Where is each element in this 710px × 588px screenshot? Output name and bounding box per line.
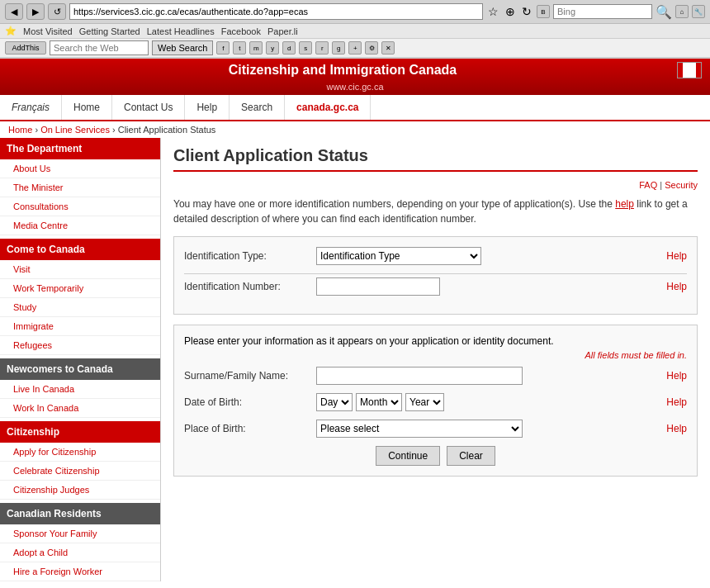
dob-help-wrap: Help: [666, 396, 687, 408]
sidebar-item-adopt-child[interactable]: Adopt a Child: [0, 543, 160, 562]
add-icon: ⊕: [505, 5, 515, 18]
addon8[interactable]: g: [332, 41, 345, 55]
addon-close[interactable]: ✕: [381, 41, 395, 55]
bing-addon: B: [537, 5, 550, 18]
surname-help-wrap: Help: [666, 370, 687, 382]
sidebar-header-department: The Department: [0, 138, 160, 159]
dob-help-link[interactable]: Help: [666, 396, 687, 408]
dob-row: Date of Birth: Day Month Year Help: [184, 393, 687, 411]
sidebar-item-celebrate-citizenship[interactable]: Celebrate Citizenship: [0, 462, 160, 481]
body-layout: The Department About Us The Minister Con…: [0, 138, 710, 581]
top-links: FAQ | Security: [173, 180, 698, 190]
sidebar-item-about-us[interactable]: About Us: [0, 159, 160, 178]
sidebar-item-apply-citizenship[interactable]: Apply for Citizenship: [0, 443, 160, 462]
nav-francais[interactable]: Français: [0, 95, 62, 120]
dob-month-select[interactable]: Month: [356, 393, 402, 411]
sidebar-item-sponsor-family[interactable]: Sponsor Your Family: [0, 524, 160, 543]
bing-search-input[interactable]: [553, 4, 652, 19]
home-addon: ⌂: [675, 5, 689, 18]
web-search-button[interactable]: Web Search: [152, 40, 213, 55]
addons-bar: AddThis Web Search f t m y d s r g + ⚙ ✕: [0, 39, 710, 58]
web-search-bar: Web Search: [50, 40, 213, 55]
form-divider: [184, 273, 687, 274]
id-number-label: Identification Number:: [184, 281, 316, 292]
sidebar: The Department About Us The Minister Con…: [0, 138, 161, 581]
sidebar-item-immigrate[interactable]: Immigrate: [0, 317, 160, 336]
id-type-help-link[interactable]: Help: [666, 250, 687, 262]
sidebar-header-canadian-residents: Canadian Residents: [0, 503, 160, 524]
security-link[interactable]: Security: [665, 180, 698, 190]
tools-addon: 🔧: [692, 5, 705, 18]
bookmark-facebook[interactable]: Facebook: [221, 26, 261, 36]
nav-search[interactable]: Search: [230, 95, 285, 120]
pob-select[interactable]: Please select: [316, 420, 523, 438]
site-title: Citizenship and Immigration Canada: [8, 63, 677, 78]
id-type-select[interactable]: Identification Type UCI/Client ID Applic…: [316, 247, 481, 265]
sidebar-item-media-centre[interactable]: Media Centre: [0, 216, 160, 235]
forward-button[interactable]: ▶: [26, 3, 45, 20]
reload-button[interactable]: ↺: [48, 3, 66, 20]
addon3[interactable]: m: [249, 41, 263, 55]
sidebar-item-visit[interactable]: Visit: [0, 260, 160, 279]
surname-control: [316, 367, 658, 385]
sidebar-item-work-in-canada[interactable]: Work In Canada: [0, 399, 160, 418]
sidebar-item-refugees[interactable]: Refugees: [0, 336, 160, 355]
site-header: Citizenship and Immigration Canada www.c…: [0, 59, 710, 95]
surname-input[interactable]: [316, 367, 523, 385]
addon2[interactable]: t: [233, 41, 246, 55]
sidebar-item-study[interactable]: Study: [0, 298, 160, 317]
breadcrumb-sep2: ›: [112, 125, 118, 135]
site-url: www.cic.gc.ca: [0, 82, 710, 95]
surname-help-link[interactable]: Help: [666, 370, 687, 382]
addon5[interactable]: d: [282, 41, 296, 55]
continue-button[interactable]: Continue: [376, 446, 440, 466]
sidebar-header-citizenship: Citizenship: [0, 421, 160, 443]
sidebar-item-live-in-canada[interactable]: Live In Canada: [0, 380, 160, 399]
id-type-help-wrap: Help: [666, 250, 687, 262]
sidebar-item-hire-foreign-worker[interactable]: Hire a Foreign Worker: [0, 562, 160, 581]
sidebar-item-citizenship-judges[interactable]: Citizenship Judges: [0, 481, 160, 500]
bookmark-latest-headlines[interactable]: Latest Headlines: [147, 26, 215, 36]
bookmark-getting-started[interactable]: Getting Started: [79, 26, 140, 36]
surname-label: Surname/Family Name:: [184, 370, 316, 382]
pob-help-link[interactable]: Help: [666, 423, 687, 434]
dob-day-select[interactable]: Day: [316, 393, 353, 411]
id-number-help-link[interactable]: Help: [666, 281, 687, 292]
nav-canada[interactable]: canada.gc.ca: [285, 95, 371, 120]
refresh-icon: ↻: [522, 5, 532, 18]
back-button[interactable]: ◀: [5, 3, 23, 20]
nav-home[interactable]: Home: [62, 95, 112, 120]
addthis-icon[interactable]: AddThis: [5, 41, 46, 55]
addon1[interactable]: f: [216, 41, 230, 55]
pob-label: Place of Birth:: [184, 423, 316, 434]
addon4[interactable]: y: [266, 41, 279, 55]
breadcrumb-home[interactable]: Home: [8, 125, 32, 135]
sidebar-item-the-minister[interactable]: The Minister: [0, 178, 160, 197]
sidebar-item-work-temporarily[interactable]: Work Temporarily: [0, 279, 160, 298]
faq-link[interactable]: FAQ: [639, 180, 657, 190]
sidebar-item-consultations[interactable]: Consultations: [0, 197, 160, 216]
id-type-control: Identification Type UCI/Client ID Applic…: [316, 247, 658, 265]
id-type-row: Identification Type: Identification Type…: [184, 247, 687, 265]
main-content: Client Application Status FAQ | Security…: [161, 138, 710, 581]
bookmark-paperli[interactable]: Paper.li: [267, 26, 298, 36]
addon9[interactable]: +: [348, 41, 362, 55]
bookmark-most-visited[interactable]: Most Visited: [23, 26, 73, 36]
address-bar[interactable]: [69, 3, 483, 20]
addon7[interactable]: r: [315, 41, 329, 55]
nav-contact-us[interactable]: Contact Us: [112, 95, 185, 120]
breadcrumb-current: Client Application Status: [118, 125, 216, 135]
help-link[interactable]: help: [615, 198, 634, 210]
addon10[interactable]: ⚙: [365, 41, 378, 55]
page-title: Client Application Status: [173, 146, 698, 172]
dob-year-select[interactable]: Year: [405, 393, 444, 411]
id-number-input[interactable]: [316, 277, 440, 296]
clear-button[interactable]: Clear: [447, 446, 495, 466]
canada-flag: [677, 62, 702, 78]
nav-help[interactable]: Help: [185, 95, 230, 120]
addon6[interactable]: s: [299, 41, 312, 55]
browser-toolbar: ◀ ▶ ↺ ☆ ⊕ ↻ B 🔍 ⌂ 🔧: [0, 0, 710, 24]
web-search-input[interactable]: [50, 40, 149, 55]
breadcrumb-online-services[interactable]: On Line Services: [40, 125, 110, 135]
id-number-row: Identification Number: Help: [184, 277, 687, 296]
